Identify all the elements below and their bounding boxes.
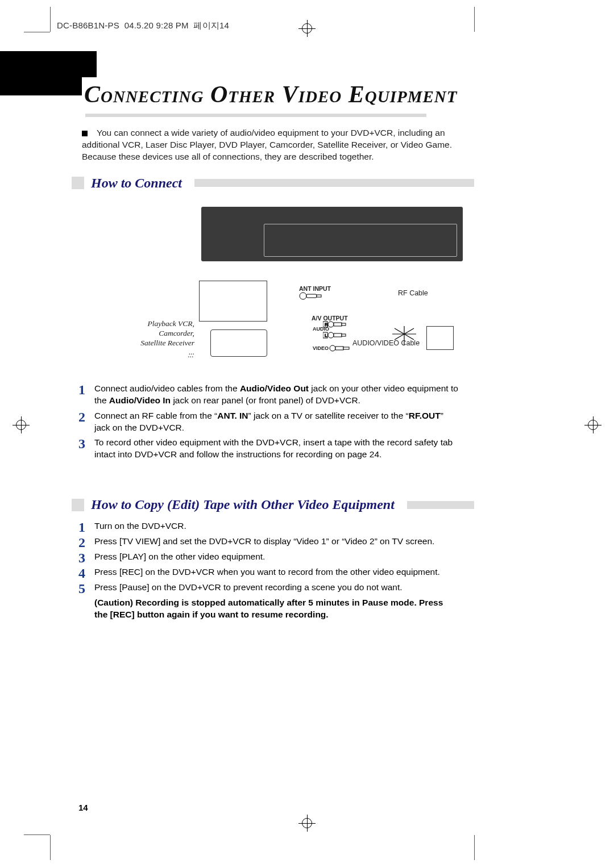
section-heading-connect: How to Connect bbox=[72, 176, 474, 191]
label-video: VIDEO bbox=[313, 345, 329, 351]
crop-line bbox=[24, 834, 50, 835]
rca-connector-video-icon bbox=[329, 344, 352, 352]
caution-text: Recording is stopped automatically after… bbox=[94, 598, 443, 619]
step-item: 3 To record other video equipment with t… bbox=[78, 437, 458, 461]
crop-line bbox=[24, 32, 50, 32]
svg-rect-10 bbox=[342, 323, 346, 326]
intro-paragraph: You can connect a wide variety of audio/… bbox=[82, 127, 474, 163]
label-ant-input: ANT INPUT bbox=[299, 285, 331, 292]
coax-connector-icon bbox=[299, 292, 323, 300]
print-header: DC-B86B1N-PS 04.5.20 9:28 PM 페이지14 bbox=[57, 20, 229, 31]
label-rf-cable: RF Cable bbox=[398, 289, 428, 297]
step-text: Connect an RF cable from the “ANT. IN” j… bbox=[94, 411, 443, 432]
step-item: 3 Press [PLAY] on the other video equipm… bbox=[78, 551, 458, 563]
svg-point-13 bbox=[328, 332, 334, 338]
step-number: 1 bbox=[78, 381, 85, 399]
svg-rect-6 bbox=[317, 295, 321, 297]
svg-rect-5 bbox=[306, 294, 317, 298]
section-box-icon bbox=[72, 177, 84, 189]
svg-text:R: R bbox=[325, 322, 328, 327]
step-text: Press [REC] on the DVD+VCR when you want… bbox=[94, 567, 440, 577]
camcorder-icon bbox=[210, 329, 267, 357]
playback-vcr-icon bbox=[199, 281, 267, 322]
svg-rect-19 bbox=[343, 347, 349, 349]
step-text: Press [TV VIEW] and set the DVD+VCR to d… bbox=[94, 536, 434, 546]
registration-mark-icon bbox=[584, 416, 601, 433]
step-text: Connect audio/video cables from the Audi… bbox=[94, 383, 458, 405]
step-text-frag: Connect audio/video cables from the bbox=[94, 383, 240, 393]
step-text-frag: ” jack on a TV or satellite receiver to … bbox=[248, 411, 409, 420]
step-text-frag: Connect an RF cable from the “ bbox=[94, 411, 217, 420]
crop-line bbox=[50, 835, 51, 860]
section-title-text: How to Connect bbox=[91, 176, 188, 191]
registration-mark-icon bbox=[13, 416, 30, 433]
step-text: Turn on the DVD+VCR. bbox=[94, 521, 186, 531]
step-item: 2 Press [TV VIEW] and set the DVD+VCR to… bbox=[78, 536, 458, 548]
step-number: 5 bbox=[78, 579, 85, 598]
caution-note: (Caution) Recording is stopped automatic… bbox=[94, 597, 454, 621]
caution-label: (Caution) bbox=[94, 598, 133, 607]
connection-diagram: ANT INPUT RF Cable A/V OUTPUT AUDIO VIDE… bbox=[88, 201, 454, 378]
step-item: 5 Press [Pause] on the DVD+VCR to preven… bbox=[78, 582, 458, 594]
step-number: 3 bbox=[78, 435, 85, 453]
intro-text: You can connect a wide variety of audio/… bbox=[82, 128, 452, 161]
svg-rect-14 bbox=[334, 333, 342, 337]
registration-mark-icon bbox=[298, 20, 316, 37]
svg-rect-15 bbox=[342, 334, 346, 336]
section-rule bbox=[194, 179, 474, 187]
step-text: Press [Pause] on the DVD+VCR to prevent … bbox=[94, 582, 403, 592]
step-item: 1 Turn on the DVD+VCR. bbox=[78, 520, 458, 532]
step-item: 1 Connect audio/video cables from the Au… bbox=[78, 383, 458, 407]
svg-text:L: L bbox=[325, 333, 327, 338]
svg-point-8 bbox=[328, 322, 334, 327]
step-text: To record other video equipment with the… bbox=[94, 437, 453, 459]
section-box-icon bbox=[72, 499, 84, 511]
crop-line bbox=[474, 7, 475, 32]
page-title-wrap: Connecting Other Video Equipment bbox=[82, 77, 474, 114]
svg-point-4 bbox=[300, 293, 306, 299]
svg-rect-18 bbox=[335, 347, 343, 350]
square-bullet-icon bbox=[82, 131, 88, 136]
page-content: Connecting Other Video Equipment You can… bbox=[51, 51, 474, 817]
page-title: Connecting Other Video Equipment bbox=[82, 77, 459, 114]
section-rule bbox=[407, 501, 474, 509]
dvd-vcr-rear-panel-icon bbox=[201, 207, 463, 261]
section-heading-copy: How to Copy (Edit) Tape with Other Video… bbox=[72, 497, 474, 512]
step-bold: RF.OUT bbox=[409, 411, 441, 420]
crop-line bbox=[50, 7, 51, 32]
label-ellipsis: ... bbox=[188, 351, 193, 359]
step-text: Press [PLAY] on the other video equipmen… bbox=[94, 552, 265, 561]
label-source-devices: Playback VCR, Camcorder, Satellite Recei… bbox=[135, 319, 194, 358]
registration-mark-icon bbox=[298, 815, 316, 832]
tv-icon bbox=[426, 326, 454, 350]
svg-rect-9 bbox=[334, 323, 342, 326]
svg-point-17 bbox=[330, 345, 335, 351]
step-bold: Audio/Video Out bbox=[240, 383, 309, 393]
label-av-cable: AUDIO/VIDEO Cable bbox=[352, 339, 420, 347]
crop-line bbox=[474, 835, 475, 860]
step-number: 2 bbox=[78, 408, 85, 426]
rca-connector-l-icon: L bbox=[323, 331, 347, 339]
step-bold: Audio/Video In bbox=[109, 395, 171, 405]
rca-connector-r-icon: R bbox=[323, 320, 347, 328]
page-number: 14 bbox=[78, 803, 88, 812]
step-bold: ANT. IN bbox=[217, 411, 248, 420]
step-item: 2 Connect an RF cable from the “ANT. IN”… bbox=[78, 410, 458, 434]
step-text-frag: jack on rear panel (or front panel) of D… bbox=[171, 395, 360, 405]
section-title-text: How to Copy (Edit) Tape with Other Video… bbox=[91, 497, 400, 512]
step-item: 4 Press [REC] on the DVD+VCR when you wa… bbox=[78, 566, 458, 578]
copy-steps: 1 Turn on the DVD+VCR. 2 Press [TV VIEW]… bbox=[78, 520, 458, 594]
connect-steps: 1 Connect audio/video cables from the Au… bbox=[78, 383, 458, 461]
